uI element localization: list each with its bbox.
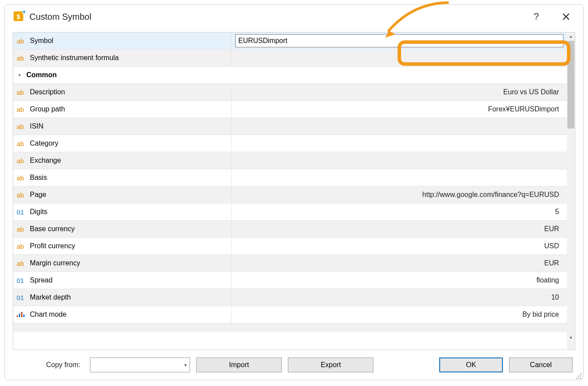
custom-symbol-dialog: $+ Custom Symbol ? ab Symbol ab — [4, 4, 584, 380]
label-symbol: Symbol — [30, 37, 53, 45]
help-button[interactable]: ? — [530, 11, 543, 23]
label-exchange: Exchange — [30, 157, 61, 164]
close-button[interactable] — [559, 11, 573, 23]
svg-rect-3 — [23, 315, 25, 317]
type-chart-icon — [17, 311, 26, 318]
scroll-down-icon[interactable]: ▼ — [567, 334, 575, 342]
titlebar: $+ Custom Symbol ? — [5, 5, 583, 29]
row-symbol[interactable]: ab Symbol — [13, 32, 567, 50]
type-text-icon: ab — [17, 37, 26, 45]
value-market-depth[interactable]: 10 — [232, 289, 567, 306]
section-common[interactable]: ▾ Common — [13, 67, 567, 84]
row-spread[interactable]: 01 Spread floating — [13, 272, 567, 289]
value-base-currency[interactable]: EUR — [232, 221, 567, 237]
row-market-depth[interactable]: 01 Market depth 10 — [13, 289, 567, 306]
type-text-icon: ab — [17, 174, 26, 182]
label-isin: ISIN — [30, 122, 43, 130]
export-button[interactable]: Export — [288, 357, 373, 372]
copy-from-combo[interactable]: ▾ — [90, 357, 190, 372]
label-base-currency: Base currency — [30, 225, 75, 233]
type-number-icon: 01 — [17, 208, 26, 216]
property-grid: ab Symbol ab Synthetic instrument formul… — [13, 32, 575, 350]
scroll-up-icon[interactable]: ▲ — [567, 32, 575, 40]
row-formula[interactable]: ab Synthetic instrument formula — [13, 50, 567, 67]
value-profit-currency[interactable]: USD — [232, 238, 567, 254]
value-isin[interactable] — [232, 118, 567, 135]
row-basis[interactable]: ab Basis — [13, 169, 567, 186]
svg-rect-0 — [17, 315, 18, 317]
type-text-icon: ab — [17, 191, 26, 199]
row-chart-mode[interactable]: Chart mode By bid price — [13, 306, 567, 323]
dialog-footer: Copy from: ▾ Import Export OK Cancel — [5, 350, 583, 380]
type-text-icon: ab — [17, 106, 26, 113]
row-profit-currency[interactable]: ab Profit currency USD — [13, 238, 567, 255]
label-margin-currency: Margin currency — [30, 259, 80, 267]
type-number-icon: 01 — [17, 277, 26, 284]
value-spread[interactable]: floating — [232, 272, 567, 289]
chevron-down-icon: ▾ — [184, 362, 187, 368]
scroll-corner — [567, 342, 575, 350]
row-category[interactable]: ab Category — [13, 135, 567, 152]
value-formula[interactable] — [232, 50, 567, 66]
label-page: Page — [30, 191, 46, 199]
row-group-path[interactable]: ab Group path Forex¥EURUSDimport — [13, 101, 567, 118]
row-isin[interactable]: ab ISIN — [13, 118, 567, 135]
label-chart-mode: Chart mode — [30, 311, 67, 318]
label-digits: Digits — [30, 208, 47, 216]
row-exchange[interactable]: ab Exchange — [13, 152, 567, 169]
value-chart-mode[interactable]: By bid price — [232, 306, 567, 323]
type-text-icon: ab — [17, 140, 26, 147]
row-base-currency[interactable]: ab Base currency EUR — [13, 221, 567, 238]
scroll-thumb[interactable] — [567, 41, 574, 129]
svg-rect-2 — [21, 312, 22, 317]
value-group-path[interactable]: Forex¥EURUSDimport — [232, 101, 567, 118]
row-empty — [13, 323, 567, 332]
row-digits[interactable]: 01 Digits 5 — [13, 204, 567, 221]
type-text-icon: ab — [17, 157, 26, 164]
row-page[interactable]: ab Page http://www.google.com/finance?q=… — [13, 186, 567, 204]
value-digits[interactable]: 5 — [232, 204, 567, 220]
label-category: Category — [30, 139, 58, 147]
resize-grip[interactable] — [574, 372, 582, 380]
label-formula: Synthetic instrument formula — [30, 54, 119, 62]
value-exchange[interactable] — [232, 152, 567, 169]
value-margin-currency[interactable]: EUR — [232, 255, 567, 272]
type-text-icon: ab — [17, 54, 26, 62]
value-basis[interactable] — [232, 169, 567, 186]
value-description[interactable]: Euro vs US Dollar — [232, 84, 567, 100]
window-title: Custom Symbol — [29, 12, 530, 22]
type-number-icon: 01 — [17, 294, 26, 301]
label-market-depth: Market depth — [30, 293, 71, 301]
label-profit-currency: Profit currency — [30, 242, 75, 250]
chevron-down-icon: ▾ — [18, 72, 21, 78]
type-text-icon: ab — [17, 123, 26, 130]
svg-rect-1 — [19, 314, 20, 317]
app-icon: $+ — [14, 11, 24, 22]
section-common-label: Common — [26, 71, 57, 79]
cancel-button[interactable]: Cancel — [509, 357, 573, 372]
value-page[interactable]: http://www.google.com/finance?q=EURUSD — [232, 186, 567, 203]
copy-from-label: Copy from: — [46, 361, 80, 369]
label-group-path: Group path — [30, 105, 65, 113]
type-text-icon: ab — [17, 225, 26, 233]
symbol-input[interactable] — [235, 34, 563, 47]
vertical-scrollbar[interactable]: ▲ ▼ — [567, 32, 575, 342]
row-description[interactable]: ab Description Euro vs US Dollar — [13, 84, 567, 101]
ok-button[interactable]: OK — [439, 357, 503, 372]
import-button[interactable]: Import — [196, 357, 282, 372]
type-text-icon: ab — [17, 89, 26, 96]
label-description: Description — [30, 88, 65, 96]
type-text-icon: ab — [17, 260, 26, 267]
label-basis: Basis — [30, 174, 47, 182]
label-spread: Spread — [30, 276, 53, 284]
value-category[interactable] — [232, 135, 567, 152]
type-text-icon: ab — [17, 243, 26, 250]
row-margin-currency[interactable]: ab Margin currency EUR — [13, 255, 567, 272]
